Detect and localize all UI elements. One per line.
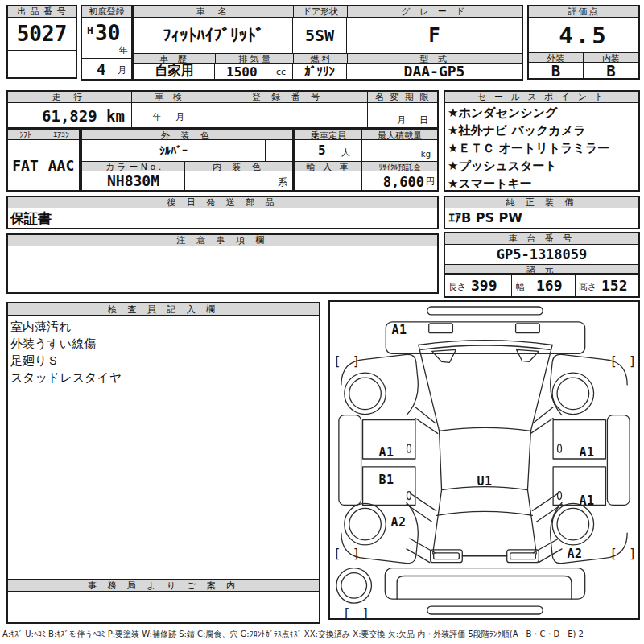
grade-value: F	[347, 18, 522, 53]
model-code-value: DAA-GP5	[347, 64, 522, 79]
import-value	[295, 171, 362, 190]
displacement-header: 排 気 量	[215, 53, 293, 64]
car-history-value: 自家用	[134, 64, 215, 79]
score-header: 評価点	[529, 6, 638, 18]
first-registration-year-cell: H 30 年	[82, 18, 131, 58]
sales-point-item: ★社外ナビ バックカメラ	[448, 122, 636, 139]
inspector-note-line: 外装うすい線傷	[10, 336, 319, 353]
exterior-grade-value: B	[529, 63, 584, 78]
interior-grade-header: 内装	[584, 52, 638, 63]
chassis-box: 車 台 番 号 GP5-1318059 諸 元 長さ 399 幅 169 高さ …	[444, 232, 640, 298]
fuel-header: 燃 料	[293, 53, 347, 64]
lot-number-empty-cell	[8, 50, 76, 77]
spec-width-label: 幅	[516, 281, 525, 293]
auction-sheet: 出 品 番 号 5027 初度登録 H 30 年 4 月 車 名 ドア形状 グ …	[0, 0, 644, 644]
inspector-note-line: 室内薄汚れ	[10, 319, 319, 336]
mileage-value: 61,829 km	[8, 103, 132, 127]
shift-header: ｼﾌﾄ	[8, 130, 43, 140]
damage-marker-u1: U1	[477, 474, 492, 489]
oem-equipment-box: 純 正 装 備 ｴｱB PS PW	[444, 196, 640, 229]
damage-marker-a1: A1	[391, 323, 407, 337]
spec-length-label: 長さ	[448, 281, 466, 293]
inspector-note-line: スタッドレスタイヤ	[10, 369, 319, 386]
lot-number-box: 出 品 番 号 5027	[6, 5, 77, 79]
displacement-value-cell: 1500 cc	[215, 64, 293, 79]
exterior-color-header: 外 装 色	[82, 130, 292, 140]
max-load-unit: kg	[421, 150, 431, 159]
recycle-value-cell: 8,600 円	[362, 171, 437, 190]
damage-marker-a1: A1	[579, 493, 594, 508]
score-value: 4.5	[529, 18, 638, 52]
sales-point-item: ★プッシュスタート	[448, 157, 636, 175]
mileage-header: 走 行	[8, 92, 132, 103]
displacement-value: 1500	[226, 64, 258, 79]
recycle-header: ﾘｻｲｸﾙ預託金	[362, 161, 437, 171]
spec-width-value: 169	[536, 277, 563, 294]
mileage-row-box: 走 行 車 検 登 録 番 号 名 変 期 限 61,829 km 年 月 月 …	[6, 90, 439, 129]
diagram-markers: A1A1B1A2U1A1A1A2	[330, 302, 638, 618]
spec-length-cell: 長さ 399	[445, 274, 511, 296]
score-box: 評価点 4.5 外装 内装 B B	[527, 5, 640, 80]
color-box: 外 装 色 ｼﾙﾊﾞｰ カ ラ ー N o . 内 装 色 NH830M 系	[80, 129, 294, 192]
registration-number-value	[208, 103, 368, 127]
recycle-value: 8,600	[383, 174, 424, 190]
car-main-box: 車 名 ドア形状 グ レ ー ド ﾌｨｯﾄﾊｲﾌﾞﾘｯﾄﾞ 5SW F 車 歴 …	[133, 5, 523, 80]
spec-header: 諸 元	[445, 264, 638, 274]
sales-points-header: セ ー ル ス ポ イ ン ト	[445, 92, 638, 103]
office-value	[8, 592, 319, 622]
legend-text: A:ｷｽﾞ U:ﾍｺﾐ B:ｷｽﾞを伴うﾍｺﾐ P:要塗装 W:補修跡 S:錆 …	[2, 629, 642, 640]
registration-number-header: 登 録 番 号	[208, 92, 368, 103]
name-change-header: 名 変 期 限	[368, 92, 437, 103]
inspector-note-line: 足廻りＳ	[10, 353, 319, 369]
oem-equipment-value: ｴｱB PS PW	[445, 208, 638, 228]
displacement-unit: cc	[276, 67, 286, 77]
aircon-header: ｴｱｺﾝ	[43, 130, 79, 140]
spec-width-cell: 幅 169	[511, 274, 575, 296]
reg-year: 30	[95, 21, 120, 45]
inspector-header: 検 査 員 記 入 欄	[8, 303, 319, 316]
shaken-header: 車 検	[132, 92, 208, 103]
capacity-header: 乗車定員	[295, 130, 362, 140]
oem-equipment-header: 純 正 装 備	[445, 197, 638, 208]
first-registration-box: 初度登録 H 30 年 4 月	[80, 5, 133, 80]
fuel-value: ｶﾞｿﾘﾝ	[293, 64, 347, 79]
later-parts-box: 後 日 発 送 部 品 保証書	[6, 196, 439, 229]
exterior-color-value: ｼﾙﾊﾞｰ	[82, 140, 266, 161]
reg-year-unit: 年	[119, 44, 128, 56]
car-history-header: 車 歴	[134, 53, 215, 64]
recycle-unit: 円	[426, 175, 435, 188]
sales-point-item: ★スマートキー	[448, 175, 636, 190]
later-parts-header: 後 日 発 送 部 品	[8, 197, 437, 208]
door-shape-header: ドア形状	[293, 6, 347, 18]
sales-point-item: ★ＥＴＣ オートリトラミラー	[448, 139, 636, 157]
damage-marker-a1: A1	[378, 445, 394, 460]
damage-marker-a2: A2	[567, 547, 582, 561]
interior-color-value: 系	[185, 171, 292, 190]
interior-color-header: 内 装 色	[185, 161, 292, 171]
max-load-header: 最大積載量	[362, 130, 437, 140]
spec-length-value: 399	[471, 277, 497, 294]
caution-box: 注 意 事 項 欄	[6, 233, 439, 294]
sales-points-list: ★ホンダセンシング ★社外ナビ バックカメラ ★ＥＴＣ オートリトラミラー ★プ…	[445, 103, 638, 190]
caution-value	[8, 246, 437, 292]
color-no-value: NH830M	[82, 171, 185, 190]
max-load-value-cell: kg	[362, 140, 437, 161]
office-header: 事 務 局 よ り ご 案 内	[8, 579, 319, 592]
shift-value: FAT	[8, 140, 43, 190]
capacity-value-cell: 5 人	[295, 140, 362, 161]
sales-point-item: ★ホンダセンシング	[448, 104, 636, 122]
era-letter: H	[87, 24, 93, 36]
first-registration-month-cell: 4 月	[82, 58, 131, 79]
shaken-value: 年 月	[132, 103, 208, 127]
reg-month: 4	[97, 60, 105, 78]
damage-diagram-box: [] [] [] [] [] A1A1B1A2U1A1A1A2	[328, 300, 640, 620]
spec-height-value: 152	[601, 277, 628, 294]
name-change-value: 月 日	[368, 103, 437, 127]
car-name-header: 車 名	[134, 6, 293, 18]
spec-height-label: 高さ	[579, 281, 597, 293]
lot-number-value: 5027	[8, 18, 76, 50]
aircon-value: AAC	[43, 140, 79, 190]
chassis-header: 車 台 番 号	[445, 233, 638, 245]
spec-height-cell: 高さ 152	[575, 274, 638, 296]
interior-grade-value: B	[584, 63, 638, 78]
